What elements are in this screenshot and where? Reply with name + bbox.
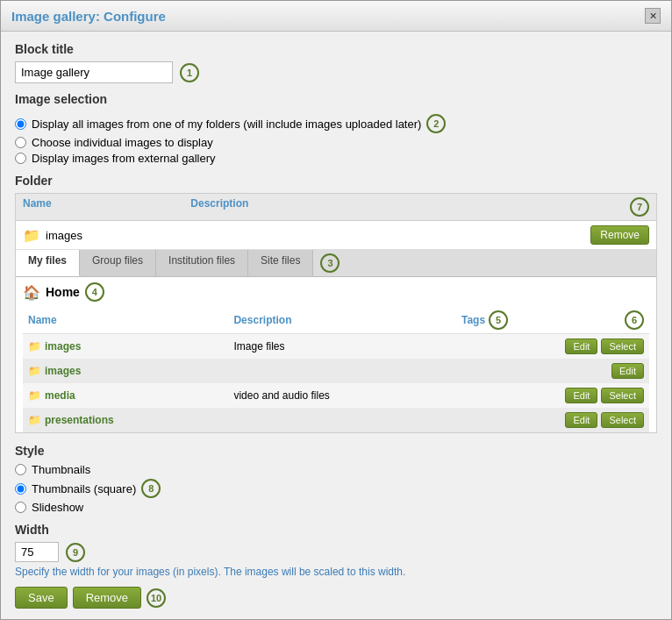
file-actions-cell: Edit — [526, 359, 649, 383]
file-desc-cell — [228, 408, 456, 432]
dialog-title: Image gallery: Configure — [11, 9, 166, 24]
col-header-description: Description — [228, 307, 456, 334]
file-name-link[interactable]: presentations — [45, 414, 114, 426]
edit-button[interactable]: Edit — [611, 363, 644, 379]
image-option-3: Display images from external gallery — [15, 152, 657, 165]
annotation-1: 1 — [180, 63, 199, 82]
folder-table: Name Description 7 📁 images Remove — [15, 193, 657, 433]
annotation-10: 10 — [147, 588, 166, 608]
width-hint: Specify the width for your images (in pi… — [15, 566, 657, 578]
table-row: 📁 media video and audio files Edit — [23, 383, 649, 408]
files-table: Name Description Tags 5 — [23, 307, 649, 432]
tab-site-files[interactable]: Site files — [248, 250, 313, 276]
style-thumbnails-label: Thumbnails — [32, 463, 90, 476]
tabs-row: My files Group files Institution files S… — [16, 250, 656, 277]
image-option-3-radio[interactable] — [15, 153, 26, 164]
table-row: 📁 presentations Edit Select — [23, 408, 649, 432]
style-thumbnails-radio[interactable] — [15, 464, 26, 475]
width-section: Width 9 Specify the width for your image… — [15, 523, 657, 578]
annotation-7: 7 — [630, 197, 649, 217]
folder-label: Folder — [15, 174, 657, 188]
style-label: Style — [15, 444, 657, 458]
file-icon: 📁 — [28, 414, 41, 426]
block-title-input[interactable] — [15, 61, 173, 83]
save-button[interactable]: Save — [15, 587, 68, 609]
dialog-title-prefix: Image gallery: — [11, 9, 104, 24]
home-title: Home — [46, 285, 80, 299]
file-name-link[interactable]: images — [45, 340, 81, 353]
block-title-label: Block title — [15, 42, 199, 56]
annotation-9: 9 — [66, 543, 85, 562]
tab-group-files[interactable]: Group files — [80, 250, 156, 276]
style-slideshow-label: Slideshow — [32, 501, 83, 514]
style-thumbnails-square-label: Thumbnails (square) — [32, 482, 136, 495]
file-name-cell: 📁 media — [23, 383, 228, 408]
configure-dialog: Image gallery: Configure ✕ Block title 1… — [0, 0, 672, 620]
file-icon: 📁 — [28, 389, 41, 402]
dialog-header: Image gallery: Configure ✕ — [1, 1, 671, 32]
file-icon: 📁 — [28, 365, 41, 377]
edit-button[interactable]: Edit — [565, 339, 597, 354]
close-button[interactable]: ✕ — [645, 8, 661, 24]
dialog-title-action: Configure — [104, 9, 166, 24]
image-option-1-label: Display all images from one of my folder… — [32, 118, 421, 131]
style-section: Style Thumbnails Thumbnails (square) 8 S… — [15, 444, 657, 514]
remove-button[interactable]: Remove — [73, 587, 141, 609]
image-option-1-radio[interactable] — [15, 118, 26, 130]
edit-button[interactable]: Edit — [565, 388, 597, 403]
folder-row-images: 📁 images Remove — [16, 221, 656, 250]
file-actions-cell: Edit Select — [526, 408, 649, 432]
block-title-section: Block title 1 — [15, 42, 657, 83]
file-name-link[interactable]: images — [45, 365, 81, 377]
home-header: 🏠 Home 4 — [23, 282, 649, 302]
folder-name: images — [46, 229, 82, 242]
style-option-thumbnails-square: Thumbnails (square) 8 — [15, 479, 657, 498]
tab-my-files[interactable]: My files — [16, 250, 80, 276]
file-name-cell: 📁 presentations — [23, 408, 228, 432]
home-icon: 🏠 — [23, 284, 40, 301]
style-option-slideshow: Slideshow — [15, 501, 657, 514]
select-button[interactable]: Select — [601, 412, 644, 428]
width-label: Width — [15, 523, 657, 537]
image-option-3-label: Display images from external gallery — [32, 152, 216, 165]
image-option-1: Display all images from one of my folder… — [15, 114, 657, 133]
col-header-actions: 6 — [526, 307, 649, 334]
width-input[interactable] — [15, 542, 59, 562]
select-button[interactable]: Select — [601, 388, 644, 403]
col-header-tags: Tags 5 — [456, 307, 526, 334]
file-actions-cell: Edit Select — [526, 334, 649, 360]
bottom-buttons: Save Remove 10 — [15, 587, 657, 609]
annotation-4: 4 — [85, 282, 104, 302]
file-desc-cell: video and audio files — [228, 383, 456, 408]
image-option-2: Choose individual images to display — [15, 136, 657, 149]
folder-col-description: Description — [190, 197, 526, 217]
file-name-link[interactable]: media — [45, 389, 75, 402]
image-option-2-label: Choose individual images to display — [32, 136, 213, 149]
file-tags-cell — [456, 359, 526, 383]
file-icon: 📁 — [28, 340, 41, 353]
col-header-name: Name — [23, 307, 228, 334]
file-name-cell: 📁 images — [23, 334, 228, 360]
edit-button[interactable]: Edit — [565, 412, 597, 428]
tab-institution-files[interactable]: Institution files — [156, 250, 248, 276]
tabs-container: My files Group files Institution files S… — [16, 250, 656, 277]
style-slideshow-radio[interactable] — [15, 502, 26, 513]
folder-col-name: Name — [23, 197, 190, 217]
folder-icon: 📁 — [23, 227, 40, 244]
file-tags-cell — [456, 383, 526, 408]
image-option-2-radio[interactable] — [15, 137, 26, 148]
file-desc-cell: Image files — [228, 334, 456, 360]
home-section: 🏠 Home 4 Name Description Tags — [16, 277, 656, 432]
file-name-cell: 📁 images — [23, 359, 228, 383]
folder-remove-button[interactable]: Remove — [590, 225, 649, 245]
file-tags-cell — [456, 334, 526, 360]
image-selection-section: Image selection Display all images from … — [15, 92, 657, 165]
folder-header: Name Description 7 — [16, 194, 656, 221]
annotation-3: 3 — [320, 253, 340, 273]
annotation-8: 8 — [141, 479, 161, 498]
annotation-5: 5 — [489, 310, 508, 330]
select-button[interactable]: Select — [601, 339, 644, 354]
annotation-2: 2 — [426, 114, 446, 133]
table-row: 📁 images Edit — [23, 359, 649, 383]
style-thumbnails-square-radio[interactable] — [15, 483, 26, 495]
